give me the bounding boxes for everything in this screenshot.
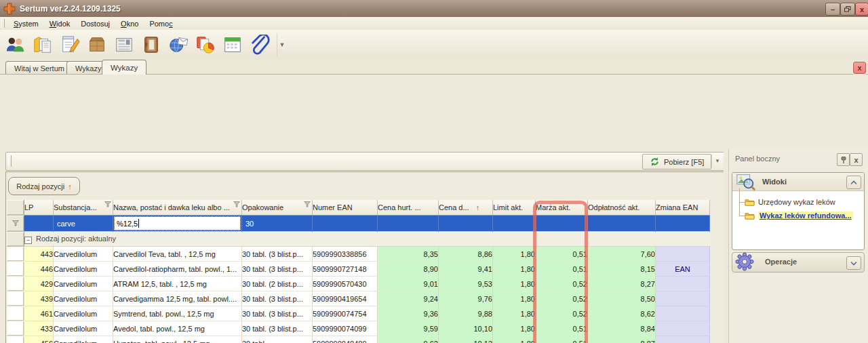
cell-opakowanie[interactable]: 30 tabl. (3 blist.p... <box>242 291 313 306</box>
cell-zmiana_ean[interactable]: EAN <box>656 262 710 277</box>
menu-item-okno[interactable]: Okno <box>115 18 144 29</box>
cell-opakowanie[interactable]: 30 tabl. (3 blist.p... <box>242 306 313 321</box>
view-item-refundowane[interactable]: Wykaz leków refundowa... <box>732 209 864 222</box>
filter-cell-cena_d[interactable] <box>439 216 493 232</box>
menu-item-pomoc[interactable]: Pomoc <box>144 18 178 29</box>
cell-limit_akt[interactable]: 1,80 <box>493 247 536 262</box>
filter-cell-nazwa[interactable]: %12,5 <box>113 216 242 232</box>
cell-lp[interactable]: 439 <box>24 291 54 306</box>
fetch-button[interactable]: Pobierz [F5] <box>642 154 711 169</box>
cell-cena_hurt[interactable]: 9,36 <box>378 306 439 321</box>
cell-lp[interactable]: 443 <box>24 247 54 262</box>
filter-cell-marza_akt[interactable] <box>536 216 588 232</box>
cell-ean[interactable]: 5909990570430 <box>313 277 378 291</box>
menu-grip[interactable] <box>1 19 5 28</box>
column-header-odplatnosc_akt[interactable]: Odpłatność akt. <box>588 200 656 216</box>
pin-icon[interactable] <box>837 153 850 166</box>
close-button[interactable]: x <box>855 3 868 16</box>
cell-lp[interactable]: 446 <box>24 262 54 277</box>
filter-cell-zmiana_ean[interactable] <box>656 216 710 232</box>
cell-zmiana_ean[interactable] <box>656 306 710 321</box>
cell-ean[interactable]: 5909990419654 <box>313 291 378 306</box>
calendar-icon[interactable] <box>221 33 244 56</box>
column-header-ean[interactable]: Numer EAN <box>313 200 378 216</box>
grid-scrollbar-track[interactable] <box>709 200 724 343</box>
tab-witaj-w-sertum[interactable]: Witaj w Sertum <box>5 61 73 75</box>
cell-marza_akt[interactable]: 0,52 <box>536 306 588 321</box>
cell-ean[interactable]: 5909990074099 <box>313 321 378 336</box>
notepad-icon[interactable] <box>58 33 81 56</box>
cell-lp[interactable]: 456 <box>24 336 54 343</box>
cell-odplatnosc_akt[interactable]: 8,84 <box>588 321 656 336</box>
paperclip-icon[interactable] <box>248 33 271 56</box>
cell-substancja[interactable]: Carvedilolum <box>54 336 113 343</box>
cell-zmiana_ean[interactable] <box>656 291 710 306</box>
cell-zmiana_ean[interactable] <box>656 336 710 343</box>
filter-cell-substancja[interactable]: carve <box>54 216 113 232</box>
cell-cena_d[interactable]: 9,76 <box>439 291 493 306</box>
binder-icon[interactable] <box>140 33 163 56</box>
cell-odplatnosc_akt[interactable]: 7,60 <box>588 247 656 262</box>
cell-odplatnosc_akt[interactable]: 8,62 <box>588 306 656 321</box>
cell-substancja[interactable]: Carvedilolum <box>54 321 113 336</box>
operations-section[interactable]: Operacje <box>732 252 865 273</box>
toolbar-overflow-button[interactable]: ▼ <box>277 33 287 56</box>
cell-opakowanie[interactable]: 30 tabl. (3 blist.p... <box>242 321 313 336</box>
cell-marza_akt[interactable]: 0,51 <box>536 262 588 277</box>
globe-mail-icon[interactable] <box>167 33 190 56</box>
group-by-button[interactable]: Rodzaj pozycji ↑ <box>8 177 80 195</box>
cell-cena_d[interactable]: 9,41 <box>439 262 493 277</box>
row-indicator[interactable] <box>7 291 24 306</box>
cell-cena_hurt[interactable]: 9,01 <box>378 277 439 291</box>
newspaper-icon[interactable] <box>113 33 136 56</box>
row-indicator[interactable] <box>7 262 24 277</box>
cell-lp[interactable]: 433 <box>24 321 54 336</box>
cell-odplatnosc_akt[interactable]: 8,15 <box>588 262 656 277</box>
minimize-button[interactable]: – <box>825 3 840 16</box>
cell-nazwa[interactable]: Hypoten, tabl. powl., 12,5 mg <box>113 336 242 343</box>
cell-marza_akt[interactable]: 0,52 <box>536 277 588 291</box>
group-row[interactable]: −Rodzaj pozycji: aktualny <box>24 232 710 247</box>
filter-cell-ean[interactable] <box>313 216 378 232</box>
chevron-down-icon[interactable] <box>846 256 861 270</box>
views-section-header[interactable]: Widoki <box>732 173 864 191</box>
column-header-zmiana_ean[interactable]: Zmiana EAN <box>656 200 710 216</box>
filter-cell-odplatnosc_akt[interactable] <box>588 216 656 232</box>
cell-zmiana_ean[interactable] <box>656 277 710 291</box>
cell-opakowanie[interactable]: 30 tabl. (3 blist.p... <box>242 262 313 277</box>
fetch-dropdown-button[interactable]: ▼ <box>711 154 723 168</box>
package-icon[interactable] <box>85 33 108 56</box>
row-indicator[interactable] <box>7 277 24 291</box>
column-header-limit_akt[interactable]: Limit akt. <box>493 200 536 216</box>
cell-ean[interactable]: 5909990074754 <box>313 306 378 321</box>
cell-cena_hurt[interactable]: 9,59 <box>378 321 439 336</box>
cell-limit_akt[interactable]: 1,80 <box>493 336 536 343</box>
panel-splitter[interactable] <box>724 149 728 343</box>
cell-odplatnosc_akt[interactable]: 8,27 <box>588 277 656 291</box>
cell-cena_d[interactable]: 9,53 <box>439 277 493 291</box>
cell-cena_d[interactable]: 10,13 <box>439 336 493 343</box>
row-indicator[interactable] <box>7 306 24 321</box>
cell-cena_d[interactable]: 10,10 <box>439 321 493 336</box>
tab-close-icon[interactable]: x <box>853 62 866 74</box>
column-header-nazwa[interactable]: Nazwa, postać i dawka leku albo ... <box>113 200 242 216</box>
cell-ean[interactable]: 5909990338856 <box>313 247 378 262</box>
grid-corner-cell[interactable] <box>7 200 24 216</box>
cell-marza_akt[interactable]: 0,52 <box>536 291 588 306</box>
cell-nazwa[interactable]: Carvedigamma 12,5 mg, tabl. powl.... <box>113 291 242 306</box>
column-header-substancja[interactable]: Substancja... <box>54 200 113 216</box>
menu-item-widok[interactable]: Widok <box>44 18 76 29</box>
cell-substancja[interactable]: Carvedilolum <box>54 262 113 277</box>
fetch-toolbar-grip[interactable] <box>8 155 12 167</box>
cell-nazwa[interactable]: Avedol, tabl. powl., 12,5 mg <box>113 321 242 336</box>
cell-zmiana_ean[interactable] <box>656 321 710 336</box>
cell-marza_akt[interactable]: 0,51 <box>536 247 588 262</box>
menu-item-system[interactable]: System <box>8 18 44 29</box>
row-indicator[interactable] <box>7 247 24 262</box>
menu-item-dostosuj[interactable]: Dostosuj <box>75 18 115 29</box>
filter-cell-lp[interactable] <box>24 216 54 232</box>
cell-odplatnosc_akt[interactable]: 8,87 <box>588 336 656 343</box>
filter-input-nazwa[interactable]: %12,5 <box>114 216 241 230</box>
cell-limit_akt[interactable]: 1,80 <box>493 306 536 321</box>
column-header-cena_d[interactable]: Cena d...↑ <box>439 200 493 216</box>
